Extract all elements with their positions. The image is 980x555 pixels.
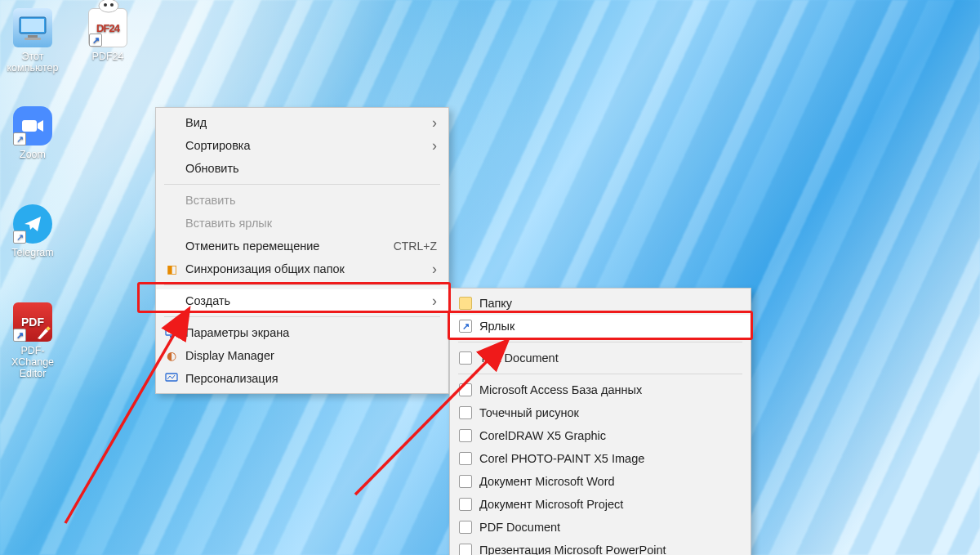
svg-point-4 [99, 0, 118, 12]
menu-item-paste: Вставить [156, 189, 448, 212]
submenu-item-label: Text Document [479, 351, 739, 365]
submenu-item-ppt[interactable]: Презентация Microsoft PowerPoint [450, 539, 751, 555]
submenu-item-folder[interactable]: Папку [450, 292, 751, 315]
desktop-icon-pdf24[interactable]: DF24 ↗ PDF24 [75, 8, 140, 62]
shortcut-overlay-icon: ↗ [13, 132, 26, 145]
submenu-item-text[interactable]: Text Document [450, 347, 751, 369]
menu-separator [458, 374, 742, 374]
chevron-right-icon: › [432, 114, 437, 132]
menu-item-personalize[interactable]: Персонализация [156, 367, 448, 390]
submenu-item-label: Microsoft Access База данных [479, 383, 739, 396]
blank-icon [163, 293, 180, 309]
ppt-icon [457, 542, 474, 555]
shortcut-overlay-icon: ↗ [13, 231, 26, 244]
menu-item-create[interactable]: Создать › [156, 289, 448, 312]
submenu-item-label: PDF Document [479, 521, 739, 534]
submenu-item-label: Документ Microsoft Word [479, 475, 739, 488]
menu-separator [164, 316, 440, 317]
desktop-icon-pdfxchange[interactable]: PDF ↗ PDF-XChange Editor [0, 302, 65, 379]
submenu-item-pdf[interactable]: PDF Document [450, 516, 751, 539]
submenu-item-label: CorelDRAW X5 Graphic [479, 429, 739, 442]
submenu-item-cpt[interactable]: Corel PHOTO-PAINT X5 Image [450, 447, 751, 470]
access-icon [457, 382, 474, 398]
telegram-icon: ↗ [13, 204, 52, 244]
menu-item-view[interactable]: Вид › [156, 111, 448, 134]
svg-rect-3 [24, 38, 41, 40]
create-submenu: ПапкуЯрлыкText DocumentMicrosoft Access … [449, 288, 751, 555]
menu-separator [164, 284, 440, 285]
submenu-item-shortcut[interactable]: Ярлык [450, 315, 751, 338]
menu-item-refresh[interactable]: Обновить [156, 157, 448, 180]
desktop-icon-label: Telegram [11, 247, 53, 258]
menu-item-label: Параметры экрана [185, 326, 437, 339]
desktop-icon-label: PDF-XChange Editor [11, 345, 54, 379]
menu-item-sort[interactable]: Сортировка › [156, 134, 448, 157]
submenu-item-label: Точечный рисунок [479, 406, 739, 419]
pdf24-icon: DF24 ↗ [88, 8, 127, 47]
folder-icon [457, 295, 474, 311]
blank-icon [163, 137, 180, 154]
svg-rect-1 [21, 19, 44, 32]
submenu-item-label: Папку [479, 297, 739, 310]
shortcut-overlay-icon: ↗ [13, 329, 26, 342]
submenu-item-label: Презентация Microsoft PowerPoint [479, 544, 739, 555]
proj-icon [457, 496, 474, 512]
menu-item-label: Создать [185, 294, 417, 307]
blank-icon [163, 192, 180, 208]
blank-icon [163, 238, 180, 254]
desktop-icon-telegram[interactable]: ↗ Telegram [0, 204, 65, 258]
desktop-icon-label: Zoom [20, 149, 46, 160]
menu-item-shortcut: CTRL+Z [394, 239, 437, 253]
menu-item-paste-shortcut: Вставить ярлык [156, 212, 448, 235]
chevron-right-icon: › [432, 261, 437, 278]
svg-point-6 [110, 3, 114, 7]
blank-icon [163, 160, 180, 177]
chevron-right-icon: › [432, 293, 437, 310]
chevron-right-icon: › [432, 137, 437, 154]
shortcut-icon [457, 318, 474, 334]
menu-item-label: Обновить [185, 162, 437, 175]
submenu-item-proj[interactable]: Документ Microsoft Project [450, 493, 751, 516]
desktop-icon-zoom[interactable]: ↗ Zoom [0, 106, 65, 160]
submenu-item-label: Ярлык [479, 320, 739, 333]
desktop-icon-label: Этот компьютер [7, 51, 58, 74]
svg-rect-9 [166, 328, 177, 335]
menu-item-sync-shared-folders[interactable]: ◧ Синхронизация общих папок › [156, 257, 448, 280]
blank-icon [163, 114, 180, 131]
svg-rect-7 [22, 120, 37, 132]
menu-item-label: Вставить ярлык [185, 217, 437, 230]
computer-icon [13, 8, 52, 47]
submenu-item-bmp[interactable]: Точечный рисунок [450, 401, 751, 424]
cpt-icon [457, 450, 474, 467]
menu-item-undo-move[interactable]: Отменить перемещение CTRL+Z [156, 235, 448, 257]
cdr-icon [457, 427, 474, 444]
desktop-icon-this-pc[interactable]: Этот компьютер [0, 8, 65, 74]
submenu-item-access[interactable]: Microsoft Access База данных [450, 378, 751, 401]
shortcut-overlay-icon: ↗ [89, 34, 102, 47]
zoom-icon: ↗ [13, 106, 52, 145]
desktop-icon-label: PDF24 [92, 51, 124, 62]
svg-point-5 [104, 3, 107, 7]
menu-item-label: Вид [185, 116, 417, 129]
submenu-item-label: Документ Microsoft Project [479, 498, 739, 511]
blank-icon [163, 215, 180, 231]
display-manager-icon: ◐ [163, 347, 180, 364]
menu-item-label: Вставить [185, 194, 437, 207]
svg-rect-10 [170, 336, 173, 338]
menu-separator [164, 184, 440, 185]
sync-icon: ◧ [163, 261, 180, 277]
menu-item-label: Сортировка [185, 139, 417, 152]
submenu-item-cdr[interactable]: CorelDRAW X5 Graphic [450, 424, 751, 447]
pdf-icon [457, 519, 474, 535]
desktop-context-menu: Вид › Сортировка › Обновить Вставить Вст… [155, 107, 449, 394]
text-icon [457, 350, 474, 366]
menu-item-label: Синхронизация общих папок [185, 262, 417, 275]
submenu-item-word[interactable]: Документ Microsoft Word [450, 470, 751, 493]
menu-item-label: Display Manager [185, 349, 437, 362]
personalize-icon [163, 370, 180, 387]
bmp-icon [457, 405, 474, 421]
monitor-icon [163, 324, 180, 341]
menu-item-display-manager[interactable]: ◐ Display Manager [156, 344, 448, 367]
menu-item-display-settings[interactable]: Параметры экрана [156, 321, 448, 344]
submenu-item-label: Corel PHOTO-PAINT X5 Image [479, 452, 739, 465]
